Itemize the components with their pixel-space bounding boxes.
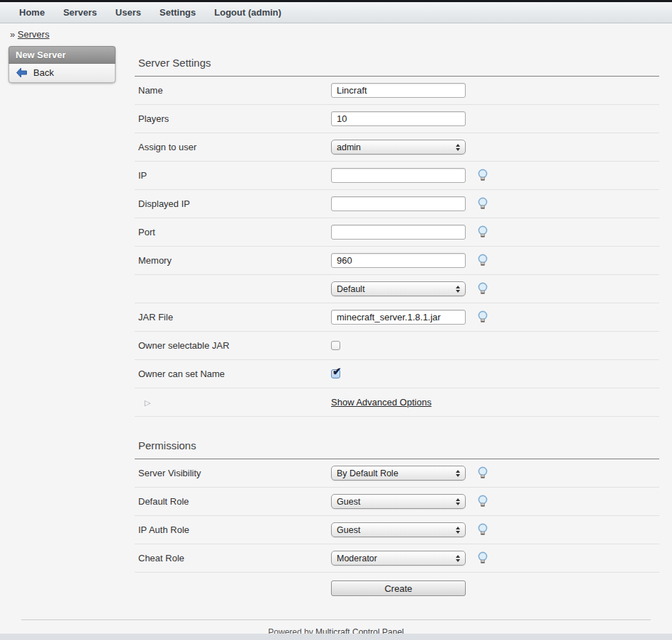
memory-mode-select[interactable]: Default — [331, 281, 466, 296]
select-value: admin — [337, 142, 361, 152]
form-row-ip: IP — [135, 162, 659, 190]
players-input[interactable] — [331, 111, 466, 126]
select-arrows-icon — [456, 527, 460, 534]
field-label-port: Port — [138, 227, 331, 237]
server-visibility-select[interactable]: By Default Role — [331, 466, 466, 481]
show-advanced-options-link[interactable]: Show Advanced Options — [331, 397, 432, 408]
nav-item-users[interactable]: Users — [116, 7, 141, 18]
form-row-name: Name — [135, 77, 659, 105]
ip-auth-role-select[interactable]: Guest — [331, 522, 466, 537]
form-row-server-visibility: Server Visibility By Default Role — [135, 459, 659, 488]
section-title-server-settings: Server Settings — [135, 54, 659, 77]
hint-lightbulb-icon[interactable] — [476, 310, 489, 324]
hint-lightbulb-icon[interactable] — [476, 466, 489, 480]
hint-lightbulb-icon[interactable] — [476, 225, 489, 239]
bottom-band — [0, 634, 672, 640]
select-arrows-icon — [456, 286, 460, 293]
form-row-owner-selectable-jar: Owner selectable JAR ✔ — [135, 332, 659, 360]
form-row-players: Players — [135, 105, 659, 133]
field-label-players: Players — [138, 113, 331, 124]
hint-lightbulb-icon[interactable] — [476, 169, 489, 182]
expand-triangle-icon[interactable]: ▷ — [145, 398, 150, 407]
main-content: Server Settings Name Players Assign to u… — [135, 40, 659, 604]
select-value: Guest — [337, 525, 360, 535]
select-arrows-icon — [456, 144, 460, 151]
form-row-jar-file: JAR File — [135, 303, 659, 332]
hint-lightbulb-icon[interactable] — [476, 197, 489, 210]
section-title-permissions: Permissions — [135, 437, 659, 459]
field-label-ip-auth-role: IP Auth Role — [138, 524, 331, 535]
field-label-server-visibility: Server Visibility — [138, 468, 331, 478]
field-label-displayed-ip: Displayed IP — [138, 198, 331, 209]
ip-input[interactable] — [331, 168, 466, 183]
form-row-advanced-options: ▷ Show Advanced Options — [135, 388, 659, 417]
hint-lightbulb-icon[interactable] — [476, 495, 489, 508]
create-button[interactable]: Create — [331, 580, 466, 596]
hint-lightbulb-icon[interactable] — [476, 523, 489, 537]
form-row-memory: Memory — [135, 247, 659, 275]
jar-file-input[interactable] — [331, 310, 466, 325]
cheat-role-select[interactable]: Moderator — [331, 551, 466, 566]
form-row-port: Port — [135, 218, 659, 247]
top-navbar: Home Servers Users Settings Logout (admi… — [0, 2, 672, 23]
name-input[interactable] — [331, 83, 466, 98]
select-value: By Default Role — [337, 468, 398, 478]
form-row-default-role: Default Role Guest — [135, 488, 659, 516]
field-label-owner-can-set-name: Owner can set Name — [138, 369, 331, 379]
field-label-default-role: Default Role — [138, 496, 331, 507]
advanced-expand-cell: ▷ — [138, 397, 331, 408]
sidebar-menu: New Server Back — [9, 46, 116, 83]
select-value: Guest — [337, 497, 360, 507]
field-label-name: Name — [138, 85, 331, 96]
form-row-displayed-ip: Displayed IP — [135, 190, 659, 218]
field-label-owner-selectable-jar: Owner selectable JAR — [138, 340, 331, 351]
field-label-jar-file: JAR File — [138, 312, 331, 322]
sidebar-title: New Server — [9, 46, 116, 64]
hint-lightbulb-icon[interactable] — [476, 282, 489, 296]
checkmark-icon: ✔ — [332, 365, 342, 378]
select-arrows-icon — [456, 470, 460, 477]
field-label-ip: IP — [138, 170, 331, 181]
form-row-ip-auth-role: IP Auth Role Guest — [135, 516, 659, 544]
select-value: Moderator — [337, 554, 377, 563]
form-row-cheat-role: Cheat Role Moderator — [135, 544, 659, 573]
assign-to-user-select[interactable]: admin — [331, 140, 466, 155]
back-label: Back — [33, 67, 54, 78]
hint-lightbulb-icon[interactable] — [476, 254, 489, 267]
hint-lightbulb-icon[interactable] — [476, 551, 489, 565]
breadcrumb: » Servers — [10, 29, 672, 40]
nav-item-logout[interactable]: Logout (admin) — [214, 7, 281, 18]
form-row-assign-to-user: Assign to user admin — [135, 133, 659, 162]
nav-item-servers[interactable]: Servers — [63, 7, 97, 18]
displayed-ip-input[interactable] — [331, 196, 466, 211]
memory-input[interactable] — [331, 253, 466, 268]
back-arrow-icon — [16, 67, 28, 78]
field-label-memory: Memory — [138, 255, 331, 266]
owner-selectable-jar-checkbox[interactable]: ✔ — [331, 341, 340, 350]
select-value: Default — [337, 284, 365, 294]
field-label-assign-to-user: Assign to user — [138, 142, 331, 152]
select-arrows-icon — [456, 555, 460, 562]
sidebar-body: Back — [9, 64, 116, 83]
breadcrumb-link-servers[interactable]: Servers — [18, 29, 50, 40]
select-arrows-icon — [456, 498, 460, 505]
field-label-cheat-role: Cheat Role — [138, 553, 331, 563]
port-input[interactable] — [331, 225, 466, 240]
breadcrumb-symbol: » — [10, 29, 15, 40]
form-row-owner-can-set-name: Owner can set Name ✔ — [135, 360, 659, 388]
sidebar-item-back[interactable]: Back — [16, 67, 108, 78]
nav-item-home[interactable]: Home — [19, 7, 45, 18]
owner-can-set-name-checkbox[interactable]: ✔ — [331, 369, 340, 378]
form-row-memory-mode: Default — [135, 275, 659, 303]
form-row-create: Create — [135, 573, 659, 604]
nav-item-settings[interactable]: Settings — [159, 7, 196, 18]
default-role-select[interactable]: Guest — [331, 494, 466, 509]
